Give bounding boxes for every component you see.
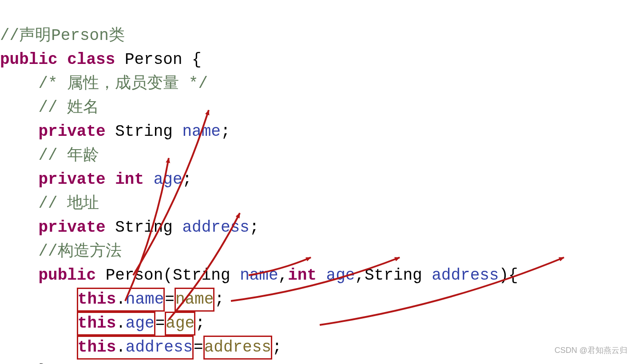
type-int: int <box>288 266 317 285</box>
box-rhs-age: age <box>165 312 195 336</box>
comma: , <box>355 266 365 285</box>
paren-brace: ){ <box>499 266 518 285</box>
field-name: name <box>183 123 221 141</box>
code-comment: //声明Person类 <box>0 27 125 45</box>
eq: = <box>155 314 165 332</box>
semi: ; <box>214 290 224 309</box>
class-name: Person <box>125 51 183 69</box>
semi: ; <box>250 218 259 237</box>
type-string: String <box>173 266 230 285</box>
param-name: name <box>240 266 278 285</box>
eq: = <box>165 290 175 309</box>
kw-class: class <box>67 51 115 69</box>
code-comment: // 姓名 <box>38 99 99 117</box>
dot: . <box>116 290 126 309</box>
member-address: address <box>126 338 193 356</box>
semi: ; <box>221 123 230 141</box>
dot: . <box>116 314 126 332</box>
ctor-name: Person <box>106 266 163 285</box>
type-int: int <box>115 170 144 189</box>
brace: { <box>183 51 202 69</box>
semi: ; <box>195 314 205 332</box>
member-age: age <box>126 314 155 332</box>
kw-private: private <box>38 218 105 237</box>
rhs-name: name <box>175 290 214 309</box>
semi: ; <box>183 170 192 189</box>
param-address: address <box>432 266 499 285</box>
paren: ( <box>163 266 173 285</box>
type-string: String <box>115 123 173 141</box>
semi: ; <box>272 338 282 356</box>
kw-public: public <box>38 266 96 285</box>
field-address: address <box>183 218 250 237</box>
kw-this: this <box>78 338 116 356</box>
code-comment: /* 属性，成员变量 */ <box>38 75 208 93</box>
eq: = <box>194 338 203 356</box>
dot: . <box>116 338 126 356</box>
kw-private: private <box>38 170 105 189</box>
field-age: age <box>154 170 183 189</box>
kw-this: this <box>78 290 116 309</box>
param-age: age <box>326 266 355 285</box>
comma: , <box>278 266 288 285</box>
kw-private: private <box>38 123 105 141</box>
type-string: String <box>115 218 173 237</box>
box-this-address: this.address <box>77 336 194 360</box>
code-comment: //构造方法 <box>38 242 121 261</box>
code-block: //声明Person类 public class Person { /* 属性，… <box>0 0 631 364</box>
box-rhs-address: address <box>203 336 272 360</box>
type-string: String <box>365 266 422 285</box>
kw-public: public <box>0 51 58 69</box>
code-comment: // 地址 <box>38 194 99 213</box>
rhs-address: address <box>204 338 271 356</box>
box-this-age: this.age <box>77 312 155 336</box>
code-comment: // 年龄 <box>38 146 99 165</box>
watermark: CSDN @君知燕云归 <box>555 338 627 362</box>
box-this-name: this.name <box>77 288 165 312</box>
rhs-age: age <box>166 314 194 332</box>
box-rhs-name: name <box>175 288 214 312</box>
brace: } <box>38 362 48 364</box>
member-name: name <box>126 290 164 309</box>
kw-this: this <box>78 314 116 332</box>
